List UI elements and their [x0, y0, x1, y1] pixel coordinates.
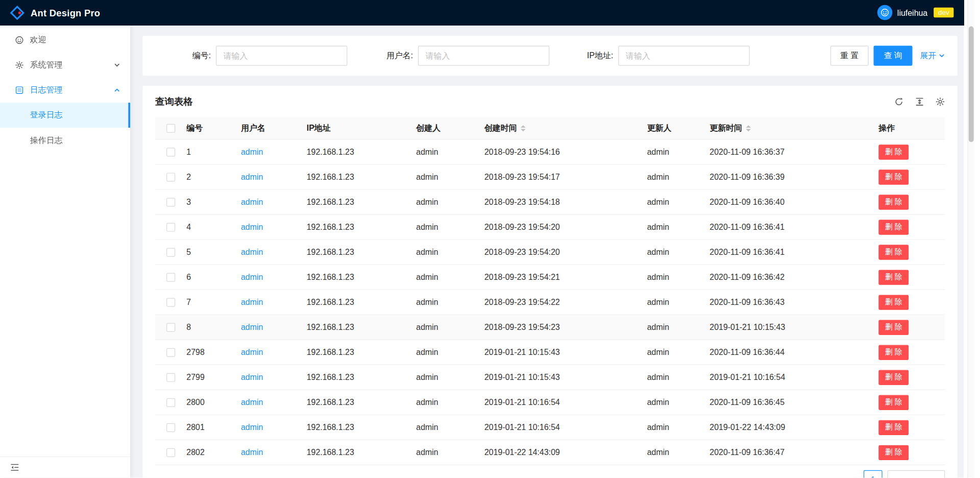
- cell-ip: 192.168.1.23: [307, 272, 416, 281]
- username-link[interactable]: admin: [241, 423, 263, 432]
- ip-input[interactable]: [618, 45, 749, 65]
- pagination-page-1[interactable]: 1: [864, 470, 883, 478]
- table-title: 查询表格: [155, 95, 193, 107]
- scrollbar-thumb[interactable]: [969, 26, 974, 142]
- username-link[interactable]: admin: [241, 322, 263, 331]
- delete-button[interactable]: 删 除: [878, 320, 909, 334]
- table-row: 5 admin 192.168.1.23 admin 2018-09-23 19…: [155, 240, 945, 265]
- delete-button[interactable]: 删 除: [878, 295, 909, 309]
- sidebar-item-login-log[interactable]: 登录日志: [0, 103, 130, 128]
- menu-fold-icon[interactable]: [10, 463, 19, 472]
- cell-ip: 192.168.1.23: [307, 147, 416, 156]
- row-checkbox[interactable]: [166, 373, 175, 381]
- username-link[interactable]: admin: [241, 448, 263, 457]
- delete-button[interactable]: 删 除: [878, 145, 909, 159]
- row-checkbox[interactable]: [166, 298, 175, 306]
- row-checkbox[interactable]: [166, 148, 175, 156]
- cell-created-at: 2019-01-21 10:15:43: [484, 347, 647, 356]
- cell-created-at: 2018-09-23 19:54:18: [484, 197, 647, 206]
- username-link[interactable]: admin: [241, 222, 263, 231]
- sidebar-item-welcome[interactable]: 欢迎: [0, 28, 130, 53]
- sidebar-subitem-label: 登录日志: [30, 110, 63, 121]
- cell-updated-at: 2020-11-09 16:36:41: [709, 247, 878, 256]
- delete-button[interactable]: 删 除: [878, 245, 909, 259]
- app-logo[interactable]: Ant Design Pro: [10, 5, 101, 19]
- select-all-checkbox[interactable]: [166, 124, 175, 132]
- col-header-creator: 创建人: [416, 123, 484, 134]
- cell-ip: 192.168.1.23: [307, 247, 416, 256]
- app-root: Ant Design Pro liufeihua dev: [0, 0, 980, 477]
- user-name: liufeihua: [897, 8, 927, 17]
- delete-button[interactable]: 删 除: [878, 220, 909, 234]
- username-link[interactable]: admin: [241, 272, 263, 281]
- username-link[interactable]: admin: [241, 297, 263, 306]
- row-checkbox[interactable]: [166, 198, 175, 206]
- username-link[interactable]: admin: [241, 398, 263, 407]
- sidebar-item-label: 日志管理: [30, 85, 63, 96]
- delete-button[interactable]: 删 除: [878, 195, 909, 209]
- table-row: 3 admin 192.168.1.23 admin 2018-09-23 19…: [155, 189, 945, 214]
- delete-button[interactable]: 删 除: [878, 170, 909, 184]
- cell-ip: 192.168.1.23: [307, 197, 416, 206]
- table-row: 2798 admin 192.168.1.23 admin 2019-01-21…: [155, 340, 945, 365]
- sidebar-item-system-management[interactable]: 系统管理: [0, 53, 130, 78]
- delete-button[interactable]: 删 除: [878, 420, 909, 435]
- col-header-created-at[interactable]: 创建时间: [484, 123, 647, 134]
- username-link[interactable]: admin: [241, 147, 263, 156]
- row-checkbox[interactable]: [166, 273, 175, 281]
- cell-updated-at: 2019-01-21 10:16:54: [709, 372, 878, 381]
- username-link[interactable]: admin: [241, 247, 263, 256]
- user-menu[interactable]: liufeihua: [877, 5, 928, 20]
- username-link[interactable]: admin: [241, 172, 263, 181]
- refresh-icon[interactable]: [894, 97, 903, 106]
- expand-toggle[interactable]: 展开: [920, 50, 945, 61]
- username-input[interactable]: [418, 45, 549, 65]
- sidebar-item-log-management[interactable]: 日志管理: [0, 78, 130, 103]
- sidebar-item-operation-log[interactable]: 操作日志: [0, 128, 130, 153]
- row-checkbox[interactable]: [166, 348, 175, 356]
- row-checkbox[interactable]: [166, 248, 175, 256]
- delete-button[interactable]: 删 除: [878, 395, 909, 410]
- vertical-scrollbar[interactable]: [967, 0, 974, 477]
- delete-button[interactable]: 删 除: [878, 270, 909, 284]
- cell-updated-at: 2020-11-09 16:36:42: [709, 272, 878, 281]
- row-checkbox[interactable]: [166, 173, 175, 181]
- sidebar-footer: [0, 457, 130, 478]
- username-link[interactable]: admin: [241, 347, 263, 356]
- cell-id: 2801: [186, 423, 241, 432]
- cell-creator: admin: [416, 448, 484, 457]
- cell-creator: admin: [416, 347, 484, 356]
- row-checkbox[interactable]: [166, 323, 175, 331]
- sort-caret-icon[interactable]: [746, 125, 751, 131]
- column-height-icon[interactable]: [915, 97, 924, 106]
- delete-button[interactable]: 删 除: [878, 370, 909, 385]
- settings-icon[interactable]: [936, 97, 945, 106]
- cell-id: 3: [186, 197, 241, 206]
- reset-button[interactable]: 重 置: [830, 45, 869, 65]
- cell-creator: admin: [416, 247, 484, 256]
- username-link[interactable]: admin: [241, 197, 263, 206]
- row-checkbox[interactable]: [166, 223, 175, 231]
- username-link[interactable]: admin: [241, 372, 263, 381]
- cell-creator: admin: [416, 222, 484, 231]
- cell-creator: admin: [416, 322, 484, 331]
- main-content: 编号: 用户名: IP地址: 重 置 查 询 展开: [130, 25, 964, 477]
- cell-id: 1: [186, 147, 241, 156]
- pagination-size-select[interactable]: [887, 470, 945, 478]
- filter-field-username: 用户名:: [379, 45, 550, 65]
- delete-button[interactable]: 删 除: [878, 345, 909, 360]
- row-checkbox[interactable]: [166, 448, 175, 457]
- cell-created-at: 2018-09-23 19:54:20: [484, 247, 647, 256]
- row-checkbox[interactable]: [166, 398, 175, 407]
- delete-button[interactable]: 删 除: [878, 445, 909, 460]
- cell-ip: 192.168.1.23: [307, 172, 416, 181]
- search-button[interactable]: 查 询: [874, 45, 913, 65]
- table-row: 7 admin 192.168.1.23 admin 2018-09-23 19…: [155, 290, 945, 315]
- table-row: 4 admin 192.168.1.23 admin 2018-09-23 19…: [155, 215, 945, 240]
- row-checkbox[interactable]: [166, 423, 175, 432]
- col-header-label: 创建时间: [484, 123, 517, 134]
- app-title: Ant Design Pro: [31, 7, 100, 18]
- col-header-updated-at[interactable]: 更新时间: [709, 123, 878, 134]
- sort-caret-icon[interactable]: [521, 125, 526, 131]
- id-input[interactable]: [216, 45, 347, 65]
